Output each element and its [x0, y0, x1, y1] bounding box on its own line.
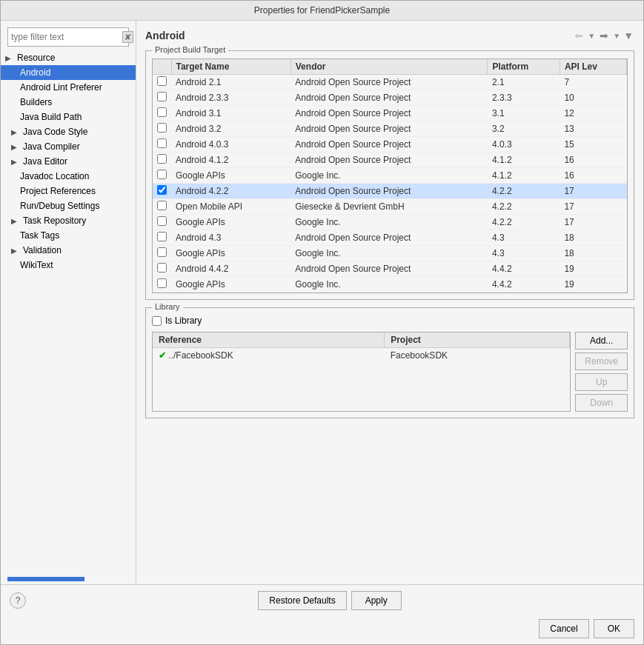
remove-button[interactable]: Remove	[575, 352, 628, 370]
nav-tree: ▶ Resource Android Android Lint Preferer…	[1, 50, 136, 574]
sidebar-item-java-build-path[interactable]: Java Build Path	[1, 110, 136, 124]
sidebar-item-android[interactable]: Android	[1, 65, 136, 80]
table-row[interactable]: Android 3.1 Android Open Source Project …	[153, 106, 627, 121]
row-checkbox-cell[interactable]	[153, 75, 171, 90]
add-button[interactable]: Add...	[575, 332, 628, 350]
bottom-left: ?	[10, 592, 26, 609]
row-checkbox[interactable]	[157, 201, 167, 210]
row-checkbox[interactable]	[157, 123, 167, 133]
table-row[interactable]: Google APIs Google Inc. 4.4.2 19	[153, 277, 627, 293]
table-row[interactable]: Android 4.4.2 Android Open Source Projec…	[153, 261, 627, 277]
apply-button[interactable]: Apply	[351, 591, 402, 610]
row-checkbox[interactable]	[157, 170, 167, 179]
sidebar-item-task-repository[interactable]: ▶ Task Repository	[1, 213, 136, 228]
up-button[interactable]: Up	[575, 373, 628, 391]
library-row[interactable]: ✔ ../FacebookSDK FacebookSDK	[153, 348, 570, 364]
row-checkbox-cell[interactable]	[153, 121, 171, 137]
table-row[interactable]: Android 4.3 Android Open Source Project …	[153, 230, 627, 246]
row-checkbox-cell[interactable]	[153, 106, 171, 121]
sidebar-item-java-compiler[interactable]: ▶ Java Compiler	[1, 139, 136, 154]
back-button[interactable]: ⬅	[572, 28, 585, 43]
is-library-checkbox[interactable]	[152, 316, 162, 326]
row-target-name: Android 3.2	[171, 121, 291, 137]
dialog: Properties for FriendPickerSample ✘ ▶ Re…	[0, 0, 644, 645]
row-checkbox[interactable]	[157, 138, 167, 148]
table-row[interactable]: Android 2.1 Android Open Source Project …	[153, 75, 627, 90]
row-checkbox[interactable]	[157, 185, 167, 195]
sidebar-scrollbar[interactable]	[7, 577, 84, 581]
expand-icon: ▶	[5, 54, 14, 62]
cancel-button[interactable]: Cancel	[539, 619, 588, 638]
row-checkbox[interactable]	[157, 216, 167, 226]
library-table-container[interactable]: Reference Project ✔ ../FacebookSDK Faceb…	[152, 332, 571, 412]
row-target-name: Google APIs	[171, 168, 291, 184]
sidebar-item-validation[interactable]: ▶ Validation	[1, 243, 136, 258]
row-checkbox-cell[interactable]	[153, 261, 171, 277]
row-checkbox[interactable]	[157, 76, 167, 86]
menu-dropdown[interactable]: ▼	[623, 28, 634, 43]
row-checkbox[interactable]	[157, 154, 167, 164]
ok-button[interactable]: OK	[594, 619, 634, 638]
row-vendor: Google Inc.	[291, 246, 488, 261]
help-button[interactable]: ?	[10, 592, 26, 609]
table-row[interactable]: Android 4.2.2 Android Open Source Projec…	[153, 184, 627, 199]
sidebar-item-resource[interactable]: ▶ Resource	[1, 50, 136, 65]
row-checkbox-cell[interactable]	[153, 168, 171, 184]
back-dropdown[interactable]: ▼	[587, 30, 596, 41]
filter-clear-button[interactable]: ✘	[122, 31, 133, 43]
row-checkbox-cell[interactable]	[153, 137, 171, 153]
sidebar-item-java-editor[interactable]: ▶ Java Editor	[1, 154, 136, 169]
row-platform: 4.2.2	[488, 184, 560, 199]
row-checkbox-cell[interactable]	[153, 246, 171, 261]
row-checkbox[interactable]	[157, 92, 167, 101]
forward-dropdown[interactable]: ▼	[612, 30, 621, 41]
sidebar-item-label: Validation	[23, 245, 62, 255]
library-col-reference: Reference	[153, 332, 385, 348]
forward-button[interactable]: ➡	[597, 28, 611, 43]
row-platform: 3.1	[488, 106, 560, 121]
filter-box[interactable]: ✘	[7, 27, 129, 47]
table-row[interactable]: Google APIs Google Inc. 4.2.2 17	[153, 215, 627, 230]
is-library-row: Is Library	[152, 315, 628, 326]
row-checkbox-cell[interactable]	[153, 90, 171, 106]
row-checkbox[interactable]	[157, 232, 167, 241]
row-platform: 4.2.2	[488, 215, 560, 230]
build-target-table-container[interactable]: Target Name Vendor Platform API Lev Andr…	[152, 59, 628, 293]
sidebar-item-android-lint[interactable]: Android Lint Preferer	[1, 80, 136, 95]
content-header: Android ⬅ ▼ ➡ ▼ ▼	[145, 28, 634, 43]
is-library-label[interactable]: Is Library	[165, 315, 202, 326]
row-checkbox-cell[interactable]	[153, 230, 171, 246]
col-platform: Platform	[488, 59, 560, 75]
down-button[interactable]: Down	[575, 394, 628, 412]
table-row[interactable]: Android 4.0.3 Android Open Source Projec…	[153, 137, 627, 153]
row-checkbox[interactable]	[157, 247, 167, 257]
row-checkbox-cell[interactable]	[153, 199, 171, 215]
table-row[interactable]: Android 3.2 Android Open Source Project …	[153, 121, 627, 137]
sidebar-item-run-debug[interactable]: Run/Debug Settings	[1, 198, 136, 213]
row-checkbox[interactable]	[157, 263, 167, 273]
table-row[interactable]: Android 2.3.3 Android Open Source Projec…	[153, 90, 627, 106]
row-checkbox-cell[interactable]	[153, 215, 171, 230]
filter-input[interactable]	[11, 32, 122, 42]
table-row[interactable]: Google APIs Google Inc. 4.3 18	[153, 246, 627, 261]
table-row[interactable]: Google APIs Google Inc. 4.1.2 16	[153, 168, 627, 184]
row-target-name: Android 4.3	[171, 230, 291, 246]
table-row[interactable]: Open Mobile API Giesecke & Devrient GmbH…	[153, 199, 627, 215]
sidebar-item-task-tags[interactable]: Task Tags	[1, 228, 136, 243]
row-platform: 4.3	[488, 230, 560, 246]
row-checkbox-cell[interactable]	[153, 277, 171, 293]
row-api-level: 15	[560, 137, 626, 153]
row-checkbox[interactable]	[157, 278, 167, 288]
sidebar-item-java-code-style[interactable]: ▶ Java Code Style	[1, 124, 136, 139]
row-target-name: Android 4.4.2	[171, 261, 291, 277]
expand-icon: ▶	[11, 247, 20, 255]
sidebar-item-wikitext[interactable]: WikiText	[1, 258, 136, 273]
sidebar-item-project-references[interactable]: Project References	[1, 184, 136, 198]
sidebar-item-builders[interactable]: Builders	[1, 95, 136, 110]
row-checkbox-cell[interactable]	[153, 153, 171, 168]
table-row[interactable]: Android 4.1.2 Android Open Source Projec…	[153, 153, 627, 168]
row-checkbox[interactable]	[157, 107, 167, 117]
row-checkbox-cell[interactable]	[153, 184, 171, 199]
sidebar-item-javadoc-location[interactable]: Javadoc Location	[1, 169, 136, 184]
restore-defaults-button[interactable]: Restore Defaults	[258, 591, 346, 610]
